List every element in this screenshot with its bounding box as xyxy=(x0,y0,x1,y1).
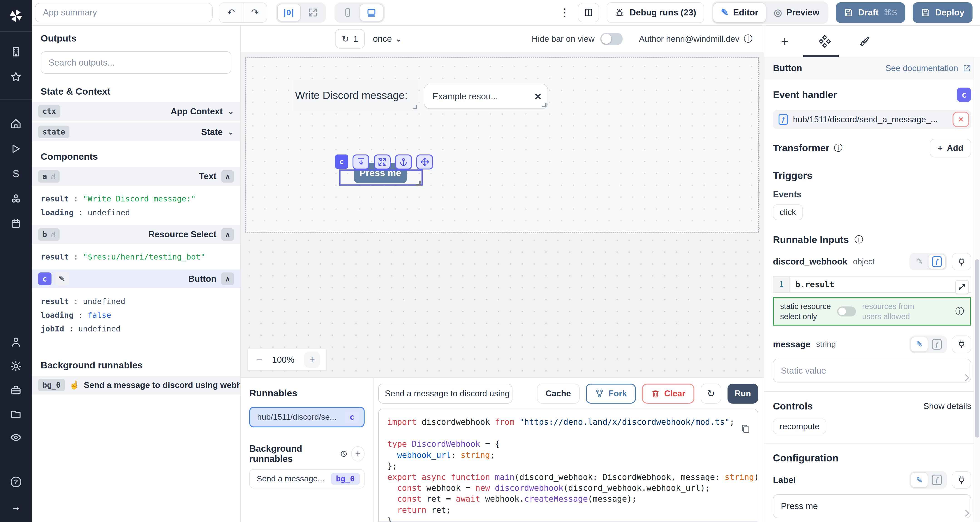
favorites-star-icon[interactable] xyxy=(0,64,32,89)
resources-icon[interactable] xyxy=(0,186,32,211)
editor-tab[interactable]: ✎Editor xyxy=(713,3,766,22)
preview-tab[interactable]: ◎Preview xyxy=(766,3,827,22)
code-editor[interactable]: import discordwebhook from "https://deno… xyxy=(378,409,758,522)
eval-mode-button[interactable]: f xyxy=(928,254,945,269)
text-component[interactable]: Write Discord message: xyxy=(293,80,418,111)
info-icon[interactable]: ⓘ xyxy=(834,142,843,154)
collapse-chevron-icon[interactable]: ∧ xyxy=(221,228,234,241)
desktop-view-button[interactable] xyxy=(360,4,383,21)
app-summary-input[interactable]: App summary xyxy=(35,3,212,22)
toolbox-icon[interactable] xyxy=(0,378,32,402)
run-button[interactable]: Run xyxy=(727,384,758,404)
settings-gear-icon[interactable] xyxy=(0,354,32,378)
folder-icon[interactable] xyxy=(0,402,32,426)
hide-bar-toggle[interactable] xyxy=(600,33,623,45)
runs-play-icon[interactable] xyxy=(0,136,32,161)
anchor-button[interactable] xyxy=(395,154,412,169)
output-row-state[interactable]: state State⌄ xyxy=(32,123,240,141)
expression-editor[interactable]: 1 b.result xyxy=(773,276,971,293)
panel-scrollbar[interactable] xyxy=(974,57,980,522)
zoom-in-button[interactable]: + xyxy=(304,352,320,368)
variables-dollar-icon[interactable]: $ xyxy=(0,161,32,186)
background-runnable-row[interactable]: bg_0 ☝ Send a message to discord using w… xyxy=(32,376,240,395)
home-icon[interactable] xyxy=(0,111,32,136)
jobid-value[interactable]: undefined xyxy=(78,324,121,333)
remove-handler-button[interactable]: × xyxy=(953,111,969,127)
label-value-input[interactable]: Press me xyxy=(773,494,971,518)
resize-handle[interactable] xyxy=(413,105,417,109)
move-button[interactable] xyxy=(416,154,433,169)
deploy-button[interactable]: Deploy xyxy=(913,2,972,23)
resource-mode-toggle[interactable] xyxy=(837,307,856,317)
static-mode-button[interactable]: ✎ xyxy=(911,337,928,352)
chevron-down-icon[interactable]: ⌄ xyxy=(228,107,234,116)
draft-button[interactable]: Draft⌘S xyxy=(836,2,905,23)
info-icon[interactable]: ⓘ xyxy=(854,234,863,245)
event-handler-runnable[interactable]: f hub/1511/discord/send_a_message_... × xyxy=(773,110,971,129)
undo-button[interactable]: ↶ xyxy=(219,3,243,22)
runnable-item-selected[interactable]: hub/1511/discord/se... c xyxy=(249,407,364,427)
copy-code-icon[interactable] xyxy=(741,424,750,433)
clear-button[interactable]: Clear xyxy=(642,384,694,404)
recompute-chip[interactable]: recompute xyxy=(773,419,826,434)
result-value[interactable]: "Write Discord message:" xyxy=(83,194,196,203)
edit-id-pencil-icon[interactable]: ✎ xyxy=(55,272,69,286)
resize-handle[interactable] xyxy=(415,181,421,186)
static-mode-button[interactable]: ✎ xyxy=(911,472,928,487)
cache-button[interactable]: Cache xyxy=(537,384,579,404)
see-documentation-link[interactable]: See documentation xyxy=(885,63,971,73)
windmill-logo-icon[interactable] xyxy=(0,0,32,31)
eval-mode-button[interactable]: f xyxy=(928,337,945,352)
chevron-down-icon[interactable]: ⌄ xyxy=(228,127,234,136)
expand-component-button[interactable] xyxy=(374,154,391,169)
help-icon[interactable]: ? xyxy=(0,469,32,494)
component-settings-tab[interactable] xyxy=(818,35,832,48)
runnable-name-input[interactable]: Send a message to discord using xyxy=(378,384,512,404)
audit-eye-icon[interactable] xyxy=(0,426,32,449)
output-row-ctx[interactable]: ctx App Context⌄ xyxy=(32,102,240,121)
resize-handle[interactable] xyxy=(542,103,546,107)
collapse-chevron-icon[interactable]: ∧ xyxy=(221,272,234,285)
debug-runs-button[interactable]: Debug runs (23) xyxy=(606,2,704,23)
user-icon[interactable] xyxy=(0,329,32,354)
info-icon[interactable]: ⓘ xyxy=(955,306,964,317)
result-value[interactable]: "$res:u/henri/testing_bot" xyxy=(83,252,205,261)
textarea-resize-icon[interactable] xyxy=(962,510,969,517)
expand-editor-button[interactable] xyxy=(955,280,969,294)
component-row-b[interactable]: b☝ Resource Select∧ xyxy=(32,225,240,244)
more-menu-button[interactable]: ⋮ xyxy=(559,6,571,19)
documentation-book-button[interactable] xyxy=(578,3,599,22)
scrollbar-thumb[interactable] xyxy=(975,259,979,438)
workspace-building-icon[interactable] xyxy=(0,40,32,64)
bounded-view-button[interactable]: |0| xyxy=(277,4,301,21)
collapse-chevron-icon[interactable]: ∧ xyxy=(221,170,234,183)
result-value[interactable]: undefined xyxy=(83,297,126,306)
textarea-resize-icon[interactable] xyxy=(962,374,969,381)
schedules-calendar-icon[interactable] xyxy=(0,211,32,236)
add-transformer-button[interactable]: +Add xyxy=(930,139,971,158)
component-row-c-selected[interactable]: c ✎ Button∧ xyxy=(32,269,240,288)
component-row-a[interactable]: a☝ Text∧ xyxy=(32,167,240,186)
static-mode-button[interactable]: ✎ xyxy=(911,254,928,269)
full-width-button[interactable] xyxy=(301,4,325,21)
collapse-arrow-icon[interactable]: → xyxy=(0,494,32,519)
show-details-link[interactable]: Show details xyxy=(924,401,971,411)
fork-button[interactable]: Fork xyxy=(586,384,636,404)
styling-brush-tab[interactable] xyxy=(858,35,872,47)
connect-plug-button[interactable] xyxy=(952,336,971,353)
add-background-runnable-button[interactable]: + xyxy=(351,446,364,461)
eval-mode-button[interactable]: f xyxy=(928,472,945,487)
message-static-value-input[interactable]: Static value xyxy=(773,359,971,382)
info-icon[interactable]: ⓘ xyxy=(744,33,753,45)
app-canvas[interactable]: Write Discord message: Example resou... … xyxy=(241,53,764,377)
insert-component-tab[interactable]: + xyxy=(778,34,792,49)
component-id-tab[interactable]: c xyxy=(335,154,348,169)
zoom-out-button[interactable]: − xyxy=(257,354,263,366)
connect-plug-button[interactable] xyxy=(952,471,971,489)
insert-below-button[interactable] xyxy=(353,154,369,169)
connect-plug-button[interactable] xyxy=(952,253,971,271)
frequency-dropdown[interactable]: once⌄ xyxy=(373,34,402,44)
loading-value[interactable]: false xyxy=(88,310,111,320)
resource-select-component[interactable]: Example resou... × xyxy=(424,84,548,109)
reload-button[interactable]: ↻ xyxy=(701,384,721,404)
